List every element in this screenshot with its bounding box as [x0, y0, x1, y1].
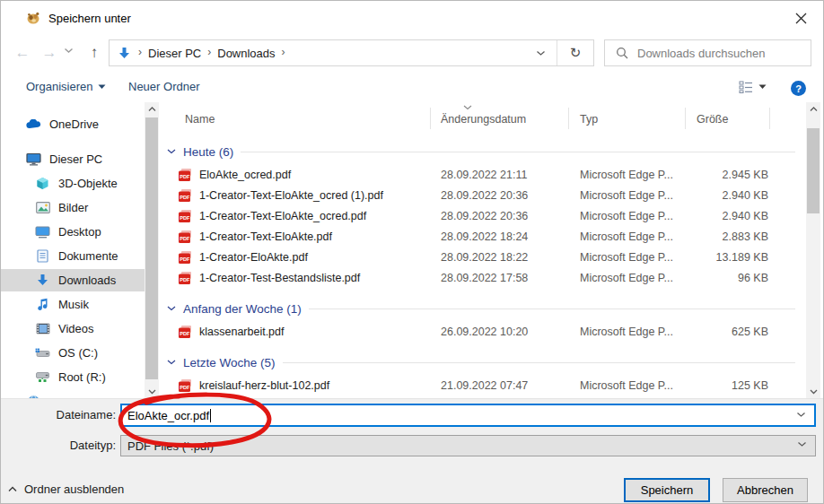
scroll-up-icon[interactable] — [806, 102, 820, 116]
hide-folders-button[interactable]: Ordner ausblenden — [8, 482, 124, 496]
filetype-select[interactable]: PDF Files (*.pdf) — [120, 435, 816, 456]
history-chevron-icon[interactable] — [64, 48, 74, 54]
sidebar-item-videos[interactable]: Videos — [1, 317, 145, 340]
pdf-icon: PDF — [178, 271, 192, 285]
address-bar[interactable]: › Dieser PC › Downloads › ↻ — [109, 39, 594, 66]
sidebar-item-partial[interactable] — [1, 390, 145, 398]
svg-text:PDF: PDF — [180, 195, 190, 200]
breadcrumb-item-dieser-pc[interactable]: Dieser PC — [148, 47, 201, 60]
scrollbar-thumb[interactable] — [145, 117, 158, 379]
sidebar-item-dieser-pc[interactable]: Dieser PC — [1, 148, 145, 170]
up-icon[interactable]: ↑ — [83, 42, 105, 64]
sidebar-item-label: OS (C:) — [58, 346, 98, 360]
sidebar-item-bilder[interactable]: Bilder — [1, 196, 145, 219]
sort-indicator-icon — [463, 105, 472, 110]
chevron-down-icon[interactable] — [797, 441, 807, 448]
group-label: Letzte Woche (5) — [183, 356, 276, 369]
close-icon[interactable] — [787, 6, 814, 30]
search-input[interactable] — [636, 46, 811, 61]
sidebar-item-3d-objekte[interactable]: 3D-Objekte — [1, 172, 145, 195]
save-as-dialog: Speichern unter ← → ↑ › Dieser PC › Down… — [0, 0, 824, 504]
main-area: OneDrive Dieser PC 3D-Objekte Bilder — [1, 102, 824, 398]
file-date: 21.09.2022 07:47 — [441, 379, 528, 392]
group-divider — [241, 152, 795, 152]
scroll-down-icon[interactable] — [145, 385, 159, 398]
sidebar-item-desktop[interactable]: Desktop — [1, 221, 145, 243]
view-mode-button[interactable] — [739, 81, 767, 93]
help-icon: ? — [791, 81, 806, 96]
file-row[interactable]: PDF 1-Creator-Test-Bestandsliste.pdf 28.… — [160, 268, 806, 289]
forward-icon[interactable]: → — [39, 42, 60, 64]
svg-text:PDF: PDF — [180, 256, 190, 262]
back-icon[interactable]: ← — [12, 42, 33, 64]
group-header-letzte-woche[interactable]: Letzte Woche (5) — [160, 349, 806, 376]
filename-input[interactable]: EloAkte_ocr.pdf — [120, 404, 816, 427]
address-dropdown-icon[interactable] — [524, 40, 557, 65]
save-button[interactable]: Speichern — [624, 478, 710, 502]
column-divider[interactable] — [769, 108, 770, 129]
search-box[interactable] — [604, 39, 811, 66]
network-drive-icon — [35, 370, 50, 385]
file-row[interactable]: PDF klassenarbeit.pdf 26.09.2022 10:20 M… — [160, 322, 806, 343]
column-header-name[interactable]: Name — [185, 113, 215, 126]
sidebar-item-root-r[interactable]: Root (R:) — [1, 366, 145, 388]
app-icon — [26, 11, 41, 25]
sidebar-item-label: Desktop — [58, 225, 101, 239]
navigation-pane: OneDrive Dieser PC 3D-Objekte Bilder — [1, 102, 145, 398]
sidebar-scrollbar[interactable] — [145, 102, 159, 398]
breadcrumb-separator: › — [207, 46, 211, 58]
column-divider[interactable] — [568, 108, 569, 129]
file-date: 28.09.2022 18:24 — [441, 230, 528, 243]
sidebar-item-musik[interactable]: Musik — [1, 293, 145, 316]
music-note-icon — [35, 298, 50, 312]
pdf-icon: PDF — [178, 325, 192, 339]
file-name: 1-Creator-EloAkte.pdf — [199, 251, 308, 264]
new-folder-button[interactable]: Neuer Ordner — [128, 80, 199, 93]
window-title: Speichern unter — [48, 12, 131, 25]
file-name: klassenarbeit.pdf — [199, 326, 285, 338]
sidebar-item-onedrive[interactable]: OneDrive — [1, 113, 145, 135]
file-row[interactable]: PDF 1-Creator-Text-EloAkte_ocred.pdf 28.… — [160, 206, 806, 227]
new-folder-label: Neuer Ordner — [128, 80, 199, 93]
file-row[interactable]: PDF 1-Creator-Text-EloAkte.pdf 28.09.202… — [160, 227, 806, 248]
group-collapse-icon — [167, 306, 176, 311]
sidebar-item-dokumente[interactable]: Dokumente — [1, 245, 145, 267]
scrollbar-thumb[interactable] — [807, 128, 820, 213]
refresh-icon[interactable]: ↻ — [557, 40, 593, 65]
sidebar-item-label: OneDrive — [49, 117, 99, 131]
file-date: 28.09.2022 20:36 — [441, 189, 528, 202]
organize-button[interactable]: Organisieren — [26, 80, 106, 93]
column-divider[interactable] — [430, 108, 431, 129]
file-name: kreislauf-herz-blut-102.pdf — [199, 379, 329, 392]
list-scrollbar[interactable] — [806, 102, 820, 398]
scroll-up-icon[interactable] — [145, 102, 159, 116]
downloads-arrow-icon — [35, 274, 50, 288]
file-row[interactable]: PDF 1-Creator-Text-EloAkte_ocred (1).pdf… — [160, 186, 806, 206]
chevron-down-icon[interactable] — [796, 412, 806, 418]
pdf-icon: PDF — [178, 250, 192, 265]
pdf-icon: PDF — [178, 188, 192, 203]
sidebar-item-downloads[interactable]: Downloads — [1, 269, 145, 291]
column-header-size[interactable]: Größe — [697, 113, 728, 126]
breadcrumb-item-downloads[interactable]: Downloads — [217, 47, 275, 60]
group-header-anfang-der-woche[interactable]: Anfang der Woche (1) — [160, 295, 806, 322]
breadcrumb-separator: › — [138, 46, 142, 58]
file-size: 2.940 KB — [658, 189, 768, 202]
file-row[interactable]: PDF 1-Creator-EloAkte.pdf 28.09.2022 18:… — [160, 248, 806, 268]
group-header-heute[interactable]: Heute (6) — [160, 138, 806, 165]
search-icon — [616, 47, 628, 59]
sidebar-item-os-c[interactable]: OS (C:) — [1, 342, 145, 364]
file-row[interactable]: PDF EloAkte_ocred.pdf 28.09.2022 21:11 M… — [160, 165, 806, 186]
hide-folders-label: Ordner ausblenden — [24, 482, 124, 496]
cancel-button[interactable]: Abbrechen — [723, 478, 808, 502]
help-button[interactable]: ? — [791, 81, 806, 96]
file-row[interactable]: PDF kreislauf-herz-blut-102.pdf 21.09.20… — [160, 376, 806, 396]
file-date: 28.09.2022 18:22 — [441, 251, 528, 264]
sidebar-item-label: Videos — [58, 322, 94, 335]
scroll-down-icon[interactable] — [806, 385, 820, 398]
column-header-date[interactable]: Änderungsdatum — [441, 113, 526, 126]
3d-cube-icon — [35, 177, 50, 191]
chevron-up-icon — [8, 486, 17, 492]
column-header-type[interactable]: Typ — [580, 113, 598, 126]
column-divider[interactable] — [685, 108, 686, 129]
